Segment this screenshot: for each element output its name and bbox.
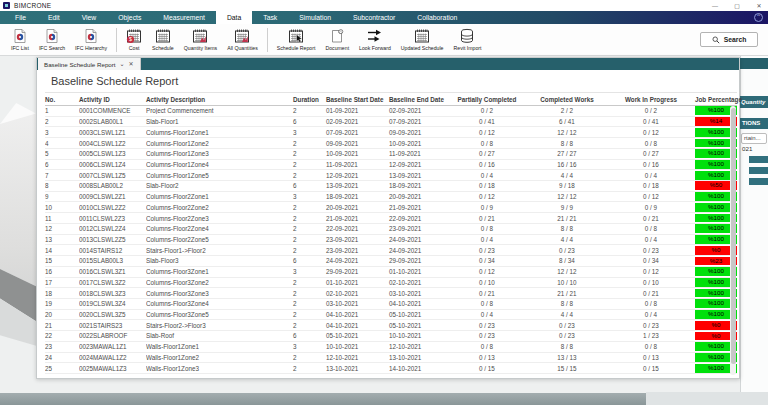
cell-completed: 16 / 16 (527, 161, 607, 168)
table-row[interactable]: 20002SLAB00L1Slab-Floor1602-09-202107-09… (45, 117, 737, 128)
cell-desc: Columns-Floor3Zone2 (146, 279, 285, 286)
close-button[interactable]: ✕ (754, 2, 764, 9)
toolbar-item-label: Schedule (152, 45, 174, 51)
cell-id: 0025MAWAL1Z3 (79, 365, 146, 372)
quantity-items-icon (192, 28, 208, 44)
tab-baseline-schedule-report[interactable]: Baseline Schedule Report ⌄ ✕ (38, 58, 141, 70)
cell-start: 12-09-2021 (321, 172, 383, 179)
table-row[interactable]: 100010CLSWL2Z2Columns-Floor2Zone2220-09-… (45, 202, 737, 213)
cell-wip: 0 / 8 (607, 140, 695, 147)
toolbar-item-look-forward[interactable]: Look Forward (354, 28, 396, 51)
cell-wip: 0 / 34 (607, 257, 695, 264)
table-row[interactable]: 110011CLSWL2Z3Columns-Floor2Zone3221-09-… (45, 213, 737, 224)
cell-start: 12-10-2021 (321, 354, 383, 361)
cell-partial: 0 / 4 (447, 311, 527, 318)
cell-completed: 4 / 4 (527, 172, 607, 179)
table-row[interactable]: 40004CLSWL1Z2Columns-Floor1Zone2209-09-2… (45, 138, 737, 149)
menu-item-view[interactable]: View (71, 11, 108, 24)
table-row[interactable]: 60006CLSWL1Z4Columns-Floor1Zone4211-09-2… (45, 160, 737, 171)
cell-no: 13 (45, 236, 79, 243)
menu-item-subcontractor[interactable]: Subcontractor (342, 11, 406, 24)
toolbar-item-ifc-hierarchy[interactable]: IFC Hierarchy (70, 28, 112, 51)
menu-item-data[interactable]: Data (216, 11, 252, 24)
table-row[interactable]: 220022SLABROOFSlab-Roof605-10-202110-10-… (45, 331, 737, 342)
toolbar-item-label: IFC Search (39, 45, 65, 51)
menu-item-collaboration[interactable]: Collaboration (406, 11, 468, 24)
cell-no: 19 (45, 300, 79, 307)
cell-no: 5 (45, 150, 79, 157)
tab-label: Baseline Schedule Report (44, 61, 116, 68)
cell-desc: Columns-Floor2Zone5 (146, 236, 285, 243)
chevron-down-icon[interactable]: ⌄ (120, 61, 125, 67)
toolbar-item-schedule-report[interactable]: Schedule Report (272, 28, 321, 51)
cell-id: 0002SLAB00L1 (79, 118, 146, 125)
cell-desc: Walls-Floor1Zone3 (146, 365, 285, 372)
table-row[interactable]: 50005CLSWL1Z3Columns-Floor1Zone3210-09-2… (45, 149, 737, 160)
cell-end: 10-09-2021 (383, 140, 447, 147)
toolbar-item-label: IFC List (11, 45, 29, 51)
menu-item-measurement[interactable]: Measurement (152, 11, 216, 24)
menu-item-simulation[interactable]: Simulation (288, 11, 342, 24)
maximize-button[interactable]: ▢ (732, 2, 742, 9)
tab-close-icon[interactable]: ✕ (129, 61, 134, 67)
table-row[interactable]: 90009CLSWL2Z1Columns-Floor2Zone1318-09-2… (45, 192, 737, 203)
background-table-band (749, 178, 768, 185)
table-row[interactable]: 190019CLSWL3Z4Columns-Floor3Zone4203-10-… (45, 299, 737, 310)
toolbar-item-all-quantities[interactable]: All Quantities (222, 28, 263, 51)
toolbar-item-quantity-items[interactable]: Quantity Items (179, 28, 222, 51)
menu-item-file[interactable]: File (4, 11, 37, 24)
quantity-tab-button[interactable]: Quantity (738, 96, 768, 108)
table-row[interactable]: 240024MAWAL1Z2Walls-Floor1Zone2212-10-20… (45, 353, 737, 364)
background-panel-header: TIONS (740, 118, 768, 129)
table-row[interactable]: 70007CLSWL1Z5Columns-Floor1Zone5212-09-2… (45, 170, 737, 181)
cell-id: 0017CLSWL3Z2 (79, 279, 146, 286)
cell-wip: 0 / 8 (607, 343, 695, 350)
background-panel-button[interactable]: rtain... (741, 133, 767, 144)
table-row[interactable]: 230023MAWAL1Z1Walls-Floor1Zone1310-10-20… (45, 342, 737, 353)
menu-item-edit[interactable]: Edit (37, 11, 71, 24)
search-button[interactable]: Search (700, 32, 758, 47)
look-forward-icon (367, 28, 383, 44)
menu-bar: FileEditViewObjectsMeasurementDataTaskSi… (0, 11, 768, 24)
table-row[interactable]: 250025MAWAL1Z3Walls-Floor1Zone3213-10-20… (45, 363, 737, 374)
table-row[interactable]: 30003CLSWL1Z1Columns-Floor1Zone1307-09-2… (45, 127, 737, 138)
table-row[interactable]: 200020CLSWL3Z5Columns-Floor3Zone5204-10-… (45, 310, 737, 321)
menu-item-objects[interactable]: Objects (107, 11, 152, 24)
ifc-list-icon (12, 28, 28, 44)
cell-id: 0018CLSWL3Z3 (79, 290, 146, 297)
menu-item-task[interactable]: Task (252, 11, 288, 24)
toolbar-item-cost[interactable]: $Cost (121, 28, 147, 51)
table-row[interactable]: 120012CLSWL2Z4Columns-Floor2Zone4222-09-… (45, 224, 737, 235)
table-row[interactable]: 160016CLSWL3Z1Columns-Floor3Zone1329-09-… (45, 267, 737, 278)
toolbar-item-revit-import[interactable]: Revit Import (449, 28, 487, 51)
toolbar-item-updated-schedule[interactable]: Updated Schedule (396, 28, 449, 51)
scrollbar-thumb[interactable] (731, 108, 736, 364)
table-row[interactable]: 170017CLSWL3Z2Columns-Floor3Zone2201-10-… (45, 278, 737, 289)
toolbar-item-label: Schedule Report (277, 45, 316, 51)
table-row[interactable]: 210021STAIRS23Stairs-Floor2->Floor3204-1… (45, 320, 737, 331)
table-row[interactable]: 80008SLAB00L2Slab-Floor2613-09-202118-09… (45, 181, 737, 192)
cell-completed: 0 / 23 (527, 322, 607, 329)
cell-wip: 0 / 12 (607, 129, 695, 136)
cell-end: 13-10-2021 (383, 354, 447, 361)
table-row[interactable]: 180018CLSWL3Z3Columns-Floor3Zone3202-10-… (45, 288, 737, 299)
toolbar-item-ifc-search[interactable]: IFC Search (34, 28, 70, 51)
cell-completed: 8 / 8 (527, 225, 607, 232)
cell-dur: 2 (285, 279, 321, 286)
toolbar-item-label: Document (325, 45, 349, 51)
table-row[interactable]: 140014STAIRS12Stairs-Floor1->Floor2223-0… (45, 245, 737, 256)
table-row[interactable]: 130013CLSWL2Z5Columns-Floor2Zone5223-09-… (45, 235, 737, 246)
table-row[interactable]: 150015SLAB00L3Slab-Floor3624-09-202129-0… (45, 256, 737, 267)
toolbar-item-schedule[interactable]: Schedule (147, 28, 179, 51)
cell-partial: 0 / 13 (447, 354, 527, 361)
cell-no: 22 (45, 332, 79, 339)
toolbar-item-ifc-list[interactable]: IFC List (6, 28, 34, 51)
toolbar-item-document[interactable]: Document (320, 28, 354, 51)
cell-id: 0020CLSWL3Z5 (79, 311, 146, 318)
ribbon-toggle-icon[interactable]: ⌃ (754, 13, 763, 22)
vertical-scrollbar[interactable] (730, 106, 736, 375)
cell-dur: 2 (285, 311, 321, 318)
table-row[interactable]: 10001COMMENCEProject Commencement201-09-… (45, 106, 737, 117)
background-table-band (749, 167, 768, 174)
minimize-button[interactable]: — (710, 3, 720, 9)
